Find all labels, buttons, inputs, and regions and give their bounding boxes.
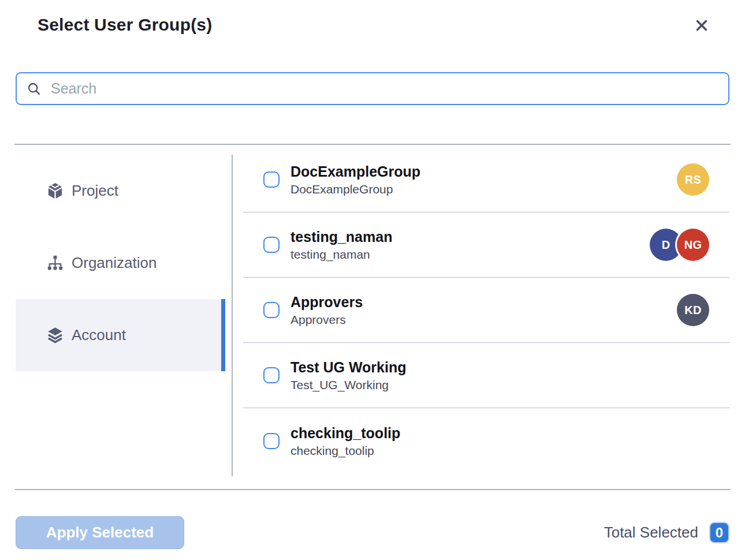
select-user-groups-modal: Select User Group(s) Project Organizatio…	[0, 0, 745, 560]
group-text: DocExampleGroup DocExampleGroup	[290, 163, 677, 196]
group-subtitle: DocExampleGroup	[290, 182, 677, 196]
group-subtitle: checking_toolip	[290, 443, 709, 458]
group-checkbox[interactable]	[263, 433, 280, 449]
search-input[interactable]	[51, 80, 718, 97]
modal-content: Project Organization Account DocExampleG…	[0, 145, 745, 476]
group-checkbox[interactable]	[263, 171, 280, 188]
group-row[interactable]: Test UG Working Test_UG_Working	[243, 343, 729, 408]
modal-header: Select User Group(s)	[0, 0, 745, 35]
group-text: Approvers Approvers	[290, 293, 677, 327]
layers-icon	[46, 326, 64, 344]
group-checkbox[interactable]	[263, 367, 280, 383]
sidebar-item-organization[interactable]: Organization	[16, 227, 225, 299]
total-selected-count-badge: 0	[709, 522, 729, 543]
avatar: RS	[677, 163, 709, 196]
avatar-group: KD	[677, 294, 709, 326]
search-icon	[27, 81, 42, 96]
group-subtitle: Test_UG_Working	[290, 378, 709, 392]
page-title: Select User Group(s)	[38, 14, 212, 35]
group-text: testing_naman testing_naman	[290, 228, 650, 262]
sidebar-item-account[interactable]: Account	[16, 299, 225, 371]
group-row[interactable]: Approvers Approvers KD	[243, 278, 729, 343]
total-selected: Total Selected 0	[604, 522, 729, 543]
cube-icon	[46, 182, 64, 200]
sidebar-item-project[interactable]: Project	[16, 155, 225, 227]
footer-divider	[14, 489, 731, 490]
avatar-group: RS	[677, 163, 709, 196]
sidebar-item-label: Account	[72, 326, 126, 344]
search-bar	[16, 72, 729, 105]
group-row[interactable]: testing_naman testing_naman DNG	[243, 212, 729, 278]
group-list: DocExampleGroup DocExampleGroup RS testi…	[243, 145, 729, 473]
sidebar-item-label: Organization	[72, 254, 157, 272]
avatar: KD	[677, 294, 709, 326]
modal-footer: Apply Selected Total Selected 0	[0, 516, 745, 549]
group-text: Test UG Working Test_UG_Working	[290, 359, 709, 392]
sidebar-list-divider	[232, 155, 233, 476]
sidebar: Project Organization Account	[0, 145, 225, 371]
apply-selected-button[interactable]: Apply Selected	[16, 516, 184, 549]
group-subtitle: testing_naman	[290, 247, 650, 262]
sitemap-icon	[46, 254, 64, 272]
avatar: NG	[677, 229, 709, 261]
group-title: Approvers	[290, 293, 677, 311]
group-checkbox[interactable]	[263, 302, 280, 318]
group-text: checking_toolip checking_toolip	[290, 424, 709, 458]
group-subtitle: Approvers	[290, 312, 677, 327]
group-title: DocExampleGroup	[290, 163, 677, 180]
group-title: checking_toolip	[290, 424, 709, 442]
group-checkbox[interactable]	[263, 237, 280, 253]
group-row[interactable]: DocExampleGroup DocExampleGroup RS	[243, 147, 729, 212]
total-selected-label: Total Selected	[604, 524, 698, 542]
sidebar-item-label: Project	[72, 182, 118, 200]
group-row[interactable]: checking_toolip checking_toolip	[243, 408, 729, 473]
group-title: testing_naman	[290, 228, 650, 245]
group-title: Test UG Working	[290, 359, 709, 376]
close-icon[interactable]	[692, 16, 712, 35]
avatar-group: DNG	[650, 229, 709, 261]
